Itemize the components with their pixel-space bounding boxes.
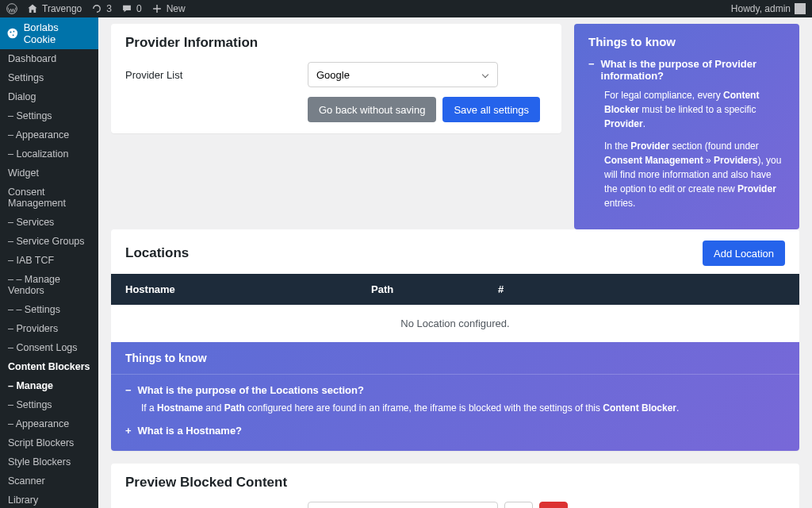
refresh-icon xyxy=(91,3,102,14)
sidebar-item-manage[interactable]: – Manage xyxy=(0,376,98,395)
svg-point-1 xyxy=(8,29,18,39)
locations-table-header: Hostname Path # xyxy=(111,274,799,305)
svg-point-2 xyxy=(10,31,11,33)
comments-link[interactable]: 0 xyxy=(121,3,142,14)
remove-image-button[interactable] xyxy=(539,502,568,508)
plugin-name: Borlabs Cookie xyxy=(24,21,92,45)
image-label: Image i xyxy=(125,502,308,508)
main-content: Provider Information Provider List Googl… xyxy=(98,17,812,508)
sidebar-item-appearance[interactable]: – Appearance xyxy=(0,125,98,144)
provider-selected: Google xyxy=(316,69,350,81)
wordpress-icon xyxy=(6,3,17,14)
media-picker-button[interactable] xyxy=(504,502,533,508)
provider-info-card: Provider Information Provider List Googl… xyxy=(111,24,561,133)
loc-q2-text: What is a Hostname? xyxy=(138,425,242,437)
image-url-input[interactable] xyxy=(308,502,498,508)
plus-icon: + xyxy=(125,425,132,437)
go-back-button[interactable]: Go back without saving xyxy=(308,97,436,122)
chevron-down-icon xyxy=(482,71,488,78)
locations-ttk-title: Things to know xyxy=(111,342,799,375)
sidebar-item-appearance[interactable]: – Appearance xyxy=(0,414,98,433)
home-icon xyxy=(27,3,38,14)
add-location-button[interactable]: Add Location xyxy=(703,241,785,266)
svg-point-4 xyxy=(13,34,14,36)
locations-card: Locations Add Location Hostname Path # N… xyxy=(111,229,799,451)
plugin-header[interactable]: Borlabs Cookie xyxy=(0,17,98,49)
th-num: # xyxy=(498,283,504,295)
updates-count: 3 xyxy=(106,3,112,14)
site-name-link[interactable]: Travengo xyxy=(27,3,82,14)
sidebar-item-iab-tcf[interactable]: – IAB TCF xyxy=(0,251,98,270)
sidebar-item-scanner[interactable]: Scanner xyxy=(0,471,98,491)
sidebar-item-content-blockers[interactable]: Content Blockers xyxy=(0,357,98,376)
sidebar-item-script-blockers[interactable]: Script Blockers xyxy=(0,433,98,452)
th-hostname: Hostname xyxy=(125,283,371,295)
provider-list-label: Provider List xyxy=(125,69,308,81)
admin-bar-left: Travengo 3 0 New xyxy=(6,3,186,14)
sidebar-item-service-groups[interactable]: – Service Groups xyxy=(0,232,98,251)
sidebar-item-services[interactable]: – Services xyxy=(0,213,98,232)
provider-list-select[interactable]: Google xyxy=(308,62,498,87)
sidebar-item-settings[interactable]: – – Settings xyxy=(0,300,98,319)
sidebar-item-dashboard[interactable]: Dashboard xyxy=(0,49,98,68)
sidebar-item-settings[interactable]: Settings xyxy=(0,68,98,87)
admin-bar: Travengo 3 0 New Howdy, admin xyxy=(0,0,812,17)
plus-icon xyxy=(151,3,163,14)
avatar xyxy=(795,3,806,14)
preview-card: Preview Blocked Content Image i xyxy=(111,464,799,508)
sidebar-item-style-blockers[interactable]: Style Blockers xyxy=(0,452,98,471)
updates-link[interactable]: 3 xyxy=(91,3,112,14)
sidebar-item-consent-management[interactable]: Consent Management xyxy=(0,183,98,213)
minus-icon: − xyxy=(588,58,595,82)
svg-point-3 xyxy=(13,31,15,33)
new-label: New xyxy=(167,3,186,14)
sidebar-item-library[interactable]: Library xyxy=(0,491,98,508)
cookie-icon xyxy=(6,27,19,40)
sidebar-item-settings[interactable]: – Settings xyxy=(0,106,98,125)
loc-q1[interactable]: − What is the purpose of the Locations s… xyxy=(125,384,785,396)
sidebar-item-manage-vendors[interactable]: – – Manage Vendors xyxy=(0,270,98,300)
sidebar-item-providers[interactable]: – Providers xyxy=(0,319,98,338)
things-to-know-sidebar: Things to know − What is the purpose of … xyxy=(574,24,799,229)
save-settings-button[interactable]: Save all settings xyxy=(442,97,540,122)
minus-icon: − xyxy=(125,384,132,396)
sidebar: Borlabs Cookie DashboardSettingsDialog– … xyxy=(0,17,98,508)
howdy-link[interactable]: Howdy, admin xyxy=(731,3,806,14)
locations-empty: No Location configured. xyxy=(111,305,799,342)
ttk-body-2: In the Provider section (found under Con… xyxy=(604,139,785,210)
sidebar-item-widget[interactable]: Widget xyxy=(0,164,98,183)
howdy-text: Howdy, admin xyxy=(731,3,791,14)
preview-title: Preview Blocked Content xyxy=(125,475,785,491)
sidebar-item-localization[interactable]: – Localization xyxy=(0,144,98,164)
sidebar-item-consent-logs[interactable]: – Consent Logs xyxy=(0,338,98,357)
ttk-title: Things to know xyxy=(588,35,785,48)
th-path: Path xyxy=(371,283,498,295)
locations-title: Locations xyxy=(125,245,189,261)
ttk-body-1: For legal compliance, every Content Bloc… xyxy=(604,88,785,131)
comment-icon xyxy=(121,3,132,14)
locations-ttk: Things to know − What is the purpose of … xyxy=(111,342,799,451)
ttk-q1-text: What is the purpose of Provider informat… xyxy=(601,58,785,82)
loc-q1-text: What is the purpose of the Locations sec… xyxy=(138,384,364,396)
new-link[interactable]: New xyxy=(151,3,186,14)
loc-q1-desc: If a Hostname and Path configured here a… xyxy=(141,401,785,415)
ttk-question-1[interactable]: − What is the purpose of Provider inform… xyxy=(588,58,785,82)
provider-info-title: Provider Information xyxy=(125,35,547,51)
sidebar-item-dialog[interactable]: Dialog xyxy=(0,87,98,106)
site-name: Travengo xyxy=(42,3,82,14)
comments-count: 0 xyxy=(136,3,142,14)
loc-q2[interactable]: + What is a Hostname? xyxy=(125,425,785,437)
wp-logo[interactable] xyxy=(6,3,17,14)
sidebar-item-settings[interactable]: – Settings xyxy=(0,395,98,414)
admin-bar-right: Howdy, admin xyxy=(731,3,806,14)
